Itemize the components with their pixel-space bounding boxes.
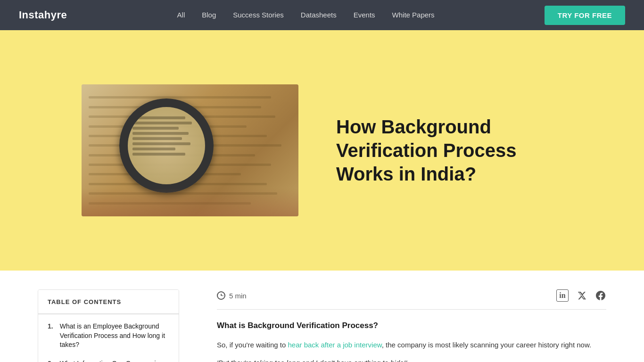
hero-text-block: How Background Verification Process Work…: [336, 115, 562, 186]
toc-link-2[interactable]: What Information Can Come up in a Backgr…: [60, 359, 169, 362]
article-paragraph-2: 'But they're taking too long and I don't…: [217, 357, 606, 362]
toc-header: TABLE OF CONTENTS: [38, 290, 179, 314]
toc-header-label: TABLE OF CONTENTS: [48, 298, 121, 305]
article-link-interview[interactable]: hear back after a job interview: [288, 341, 381, 349]
hand-shadow: [82, 188, 298, 216]
content-section: TABLE OF CONTENTS 1. What is an Employee…: [0, 271, 644, 362]
hero-image-container: [82, 84, 298, 216]
social-share-icons: in: [556, 289, 606, 302]
toc-list: 1. What is an Employee Background Verifi…: [38, 314, 179, 362]
nav-link-white-papers[interactable]: White Papers: [392, 11, 435, 19]
article-italic-text: 'But they're taking too long and I don't…: [217, 359, 407, 362]
facebook-icon[interactable]: [595, 290, 606, 301]
paragraph-1-pre: So, if you're waiting to: [217, 341, 288, 349]
article-paragraph-1: So, if you're waiting to hear back after…: [217, 339, 606, 351]
hero-title: How Background Verification Process Work…: [336, 115, 562, 186]
clock-icon: [217, 291, 225, 300]
toc-item-1: 1. What is an Employee Background Verifi…: [48, 322, 169, 350]
toc-number-2: 2.: [48, 359, 53, 362]
nav-links: All Blog Success Stories Datasheets Even…: [177, 11, 435, 19]
nav-link-datasheets[interactable]: Datasheets: [301, 11, 337, 19]
magnifier-text: [132, 116, 198, 158]
nav-link-events[interactable]: Events: [354, 11, 375, 19]
site-logo[interactable]: Instahyre: [19, 9, 67, 21]
toc-item-2: 2. What Information Can Come up in a Bac…: [48, 359, 169, 362]
navbar: Instahyre All Blog Success Stories Datas…: [0, 0, 644, 30]
hero-section: How Background Verification Process Work…: [0, 30, 644, 271]
read-time: 5 min: [217, 291, 247, 300]
magnifying-glass-icon: [119, 99, 214, 193]
toc-number-1: 1.: [48, 322, 53, 330]
paragraph-1-post: , the company is most likely scanning yo…: [382, 341, 591, 349]
paper-background: [82, 84, 298, 216]
hero-image: [82, 84, 298, 216]
read-time-label: 5 min: [229, 292, 247, 300]
nav-link-all[interactable]: All: [177, 11, 185, 19]
twitter-icon[interactable]: [576, 290, 587, 301]
linkedin-icon[interactable]: in: [556, 289, 569, 302]
article-content: 5 min in What is Background Verification…: [217, 289, 606, 362]
toc-link-1[interactable]: What is an Employee Background Verificat…: [60, 322, 169, 350]
nav-link-blog[interactable]: Blog: [202, 11, 216, 19]
nav-link-success-stories[interactable]: Success Stories: [233, 11, 284, 19]
clock-minute-hand: [221, 295, 223, 296]
article-meta: 5 min in: [217, 289, 606, 310]
table-of-contents: TABLE OF CONTENTS 1. What is an Employee…: [38, 289, 179, 362]
try-free-button[interactable]: TRY FOR FREE: [545, 6, 625, 25]
article-subtitle: What is Background Verification Process?: [217, 321, 606, 330]
